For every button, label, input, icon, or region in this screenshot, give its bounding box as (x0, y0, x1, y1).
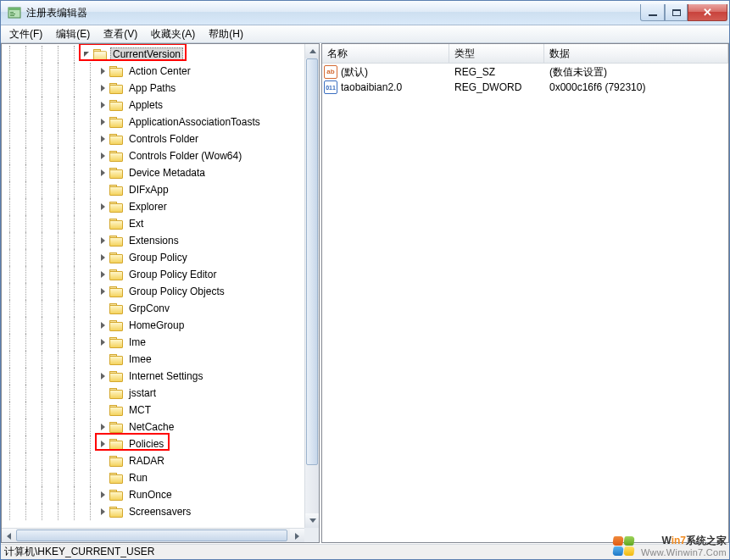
tree-label[interactable]: Action Center (126, 64, 193, 78)
list-row[interactable]: ab(默认)REG_SZ(数值未设置) (322, 64, 728, 80)
tree-item-imee[interactable]: Imee (2, 351, 304, 368)
tree-item-homegroup[interactable]: HomeGroup (2, 317, 304, 334)
tree-label[interactable]: HomeGroup (126, 319, 187, 332)
tree-label[interactable]: Screensavers (126, 505, 193, 518)
tree-item-applicationassociationtoasts[interactable]: ApplicationAssociationToasts (2, 114, 304, 130)
expander-icon[interactable] (98, 503, 108, 520)
tree-body[interactable]: CurrentVersionAction CenterApp PathsAppl… (2, 44, 304, 528)
tree-item-run[interactable]: Run (2, 469, 304, 486)
tree-label[interactable]: Explorer (126, 200, 170, 213)
menu-help[interactable]: 帮助(H) (202, 26, 250, 42)
expander-icon[interactable] (98, 198, 108, 215)
tree-label[interactable]: App Paths (126, 81, 178, 95)
tree-label[interactable]: Run (126, 471, 150, 485)
expander-icon[interactable] (98, 317, 108, 334)
tree-label[interactable]: Imee (126, 352, 154, 366)
scroll-down-button[interactable] (305, 513, 319, 528)
tree-item-mct[interactable]: MCT (2, 402, 304, 419)
tree-label[interactable]: Group Policy (126, 251, 190, 264)
tree-item-controls-folder[interactable]: Controls Folder (2, 130, 304, 147)
tree-item-internet-settings[interactable]: Internet Settings (2, 368, 304, 385)
tree-label[interactable]: MCT (126, 403, 153, 417)
tree-label[interactable]: Extensions (126, 234, 181, 247)
tree-item-ime[interactable]: Ime (2, 334, 304, 351)
minimize-button[interactable] (640, 4, 665, 21)
scroll-right-button[interactable] (290, 529, 304, 542)
close-button[interactable]: ✕ (688, 4, 727, 21)
tree-item-action-center[interactable]: Action Center (2, 63, 304, 80)
scroll-thumb-vertical[interactable] (306, 58, 318, 465)
tree-item-grpconv[interactable]: GrpConv (2, 300, 304, 317)
tree-label[interactable]: Internet Settings (126, 369, 205, 383)
expander-icon[interactable] (98, 164, 108, 181)
expander-icon[interactable] (98, 249, 108, 266)
tree-item-difxapp[interactable]: DIFxApp (2, 181, 304, 198)
tree-label[interactable]: GrpConv (126, 302, 172, 315)
tree-item-group-policy-editor[interactable]: Group Policy Editor (2, 266, 304, 283)
menu-file[interactable]: 文件(F) (3, 26, 49, 42)
vertical-scrollbar[interactable] (304, 44, 319, 528)
tree-label[interactable]: NetCache (126, 420, 176, 434)
tree-label[interactable]: Applets (126, 98, 165, 112)
horizontal-scrollbar[interactable] (2, 528, 304, 542)
tree-item-runonce[interactable]: RunOnce (2, 486, 304, 503)
tree-label[interactable]: ApplicationAssociationToasts (126, 115, 263, 129)
tree-item-explorer[interactable]: Explorer (2, 198, 304, 215)
menu-view[interactable]: 查看(V) (97, 26, 144, 42)
tree-label[interactable]: Device Metadata (126, 166, 208, 180)
expander-icon[interactable] (98, 147, 108, 164)
tree-item-netcache[interactable]: NetCache (2, 419, 304, 435)
tree-label[interactable]: RADAR (126, 454, 167, 468)
expander-icon[interactable] (98, 435, 108, 452)
expander-icon[interactable] (98, 114, 108, 130)
expander-icon[interactable] (98, 368, 108, 385)
maximize-button[interactable] (665, 4, 688, 21)
menu-edit[interactable]: 编辑(E) (49, 26, 97, 42)
tree-item-app-paths[interactable]: App Paths (2, 80, 304, 97)
expander-icon[interactable] (98, 283, 108, 300)
expander-icon[interactable] (98, 97, 108, 114)
column-type[interactable]: 类型 (449, 44, 544, 63)
tree-item-screensavers[interactable]: Screensavers (2, 503, 304, 520)
tree-label[interactable]: CurrentVersion (110, 47, 183, 61)
tree-label[interactable]: DIFxApp (126, 183, 171, 197)
expander-icon[interactable] (98, 486, 108, 503)
column-name[interactable]: 名称 (322, 44, 449, 63)
tree-item-jsstart[interactable]: jsstart (2, 385, 304, 402)
column-data[interactable]: 数据 (544, 44, 728, 63)
tree-item-ext[interactable]: Ext (2, 215, 304, 232)
menu-favorites[interactable]: 收藏夹(A) (144, 26, 202, 42)
tree-item-radar[interactable]: RADAR (2, 452, 304, 469)
tree-item-extensions[interactable]: Extensions (2, 232, 304, 249)
scroll-left-button[interactable] (2, 529, 16, 542)
expander-icon[interactable] (98, 334, 108, 351)
tree-item-device-metadata[interactable]: Device Metadata (2, 164, 304, 181)
list-body[interactable]: ab(默认)REG_SZ(数值未设置)011taobaibian2.0REG_D… (322, 64, 728, 542)
expander-icon[interactable] (98, 232, 108, 249)
expander-icon[interactable] (98, 266, 108, 283)
tree-item-group-policy[interactable]: Group Policy (2, 249, 304, 266)
tree-label[interactable]: Group Policy Objects (126, 285, 227, 298)
tree-label[interactable]: Controls Folder (126, 132, 201, 146)
scroll-thumb-horizontal[interactable] (16, 530, 287, 541)
expander-icon[interactable] (98, 63, 108, 80)
tree-label[interactable]: RunOnce (126, 488, 175, 502)
scroll-up-button[interactable] (305, 44, 319, 58)
tree-label[interactable]: Policies (126, 437, 166, 451)
tree-item-policies[interactable]: Policies (2, 435, 304, 452)
expander-icon[interactable] (98, 419, 108, 435)
tree-label[interactable]: Ime (126, 335, 148, 349)
list-row[interactable]: 011taobaibian2.0REG_DWORD0x000c16f6 (792… (322, 80, 728, 95)
tree-label[interactable]: Ext (126, 217, 146, 230)
tree-item-applets[interactable]: Applets (2, 97, 304, 114)
tree-item-currentversion[interactable]: CurrentVersion (2, 46, 304, 63)
expander-icon[interactable] (98, 80, 108, 97)
tree-label[interactable]: Group Policy Editor (126, 268, 219, 281)
tree-label[interactable]: Controls Folder (Wow64) (126, 149, 244, 163)
expander-icon[interactable] (98, 130, 108, 147)
expander-icon[interactable] (82, 46, 92, 63)
tree-label[interactable]: jsstart (126, 386, 159, 400)
tree-item-group-policy-objects[interactable]: Group Policy Objects (2, 283, 304, 300)
svg-rect-3 (10, 14, 15, 14)
tree-item-controls-folder-wow64-[interactable]: Controls Folder (Wow64) (2, 147, 304, 164)
